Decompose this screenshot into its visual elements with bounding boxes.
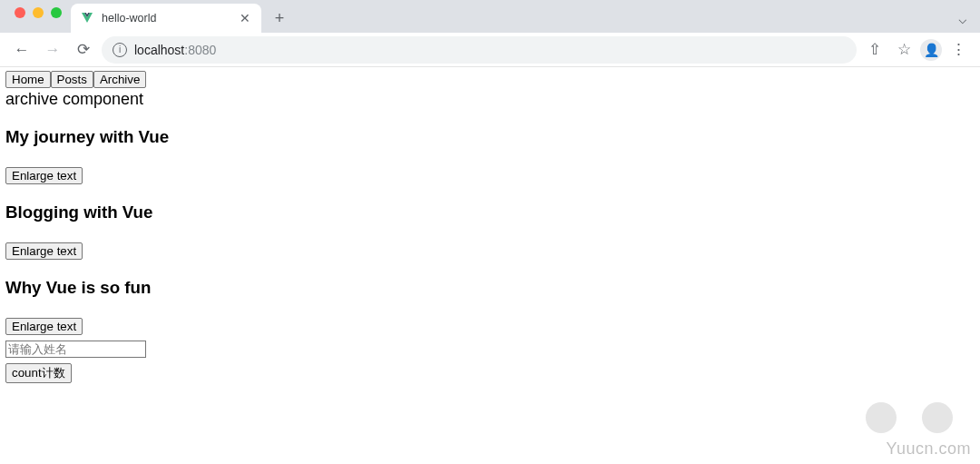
- tab-overflow-icon[interactable]: ⌵: [958, 10, 980, 33]
- url-port: :8080: [184, 43, 216, 57]
- post-title: Why Vue is so fun: [5, 278, 975, 298]
- browser-chrome: hello-world ✕ + ⌵ ← → ⟳ i localhost:8080…: [0, 0, 980, 67]
- post-title: My journey with Vue: [5, 127, 975, 147]
- post-item: Blogging with Vue Enlarge text: [5, 202, 975, 260]
- tab-title: hello-world: [102, 12, 230, 25]
- tab-strip: hello-world ✕ + ⌵: [0, 0, 980, 33]
- window-close-icon[interactable]: [15, 7, 25, 18]
- window-minimize-icon[interactable]: [33, 7, 44, 18]
- name-input[interactable]: [5, 341, 146, 358]
- new-tab-button[interactable]: +: [267, 5, 292, 31]
- address-bar[interactable]: i localhost:8080: [102, 36, 857, 64]
- nav-posts-button[interactable]: Posts: [51, 71, 93, 88]
- window-controls: [7, 7, 71, 25]
- post-title: Blogging with Vue: [5, 202, 975, 222]
- archive-component-text: archive component: [5, 90, 975, 109]
- enlarge-text-button[interactable]: Enlarge text: [5, 318, 83, 335]
- site-info-icon[interactable]: i: [113, 43, 127, 57]
- forward-button[interactable]: →: [40, 37, 65, 63]
- browser-toolbar: ← → ⟳ i localhost:8080 ⇧ ☆ 👤 ⋮: [0, 33, 980, 67]
- reload-button[interactable]: ⟳: [71, 37, 96, 63]
- vue-favicon-icon: [80, 11, 94, 25]
- bookmark-icon[interactable]: ☆: [891, 37, 916, 63]
- browser-tab[interactable]: hello-world ✕: [71, 4, 261, 33]
- url-host: localhost: [134, 43, 184, 57]
- nav-home-button[interactable]: Home: [5, 71, 51, 88]
- count-button[interactable]: count计数: [5, 363, 72, 383]
- profile-avatar-icon[interactable]: 👤: [920, 39, 942, 61]
- close-tab-icon[interactable]: ✕: [238, 11, 252, 25]
- enlarge-text-button[interactable]: Enlarge text: [5, 242, 83, 260]
- nav-archive-button[interactable]: Archive: [93, 71, 146, 88]
- enlarge-text-button[interactable]: Enlarge text: [5, 167, 83, 184]
- nav-buttons: Home Posts Archive: [5, 71, 975, 88]
- menu-icon[interactable]: ⋮: [946, 37, 971, 63]
- post-item: My journey with Vue Enlarge text: [5, 127, 975, 184]
- window-zoom-icon[interactable]: [51, 7, 62, 18]
- share-icon[interactable]: ⇧: [862, 37, 887, 63]
- page-content: Home Posts Archive archive component My …: [0, 67, 980, 387]
- post-item: Why Vue is so fun Enlarge text: [5, 278, 975, 335]
- svg-marker-0: [82, 13, 93, 23]
- back-button[interactable]: ←: [9, 37, 34, 63]
